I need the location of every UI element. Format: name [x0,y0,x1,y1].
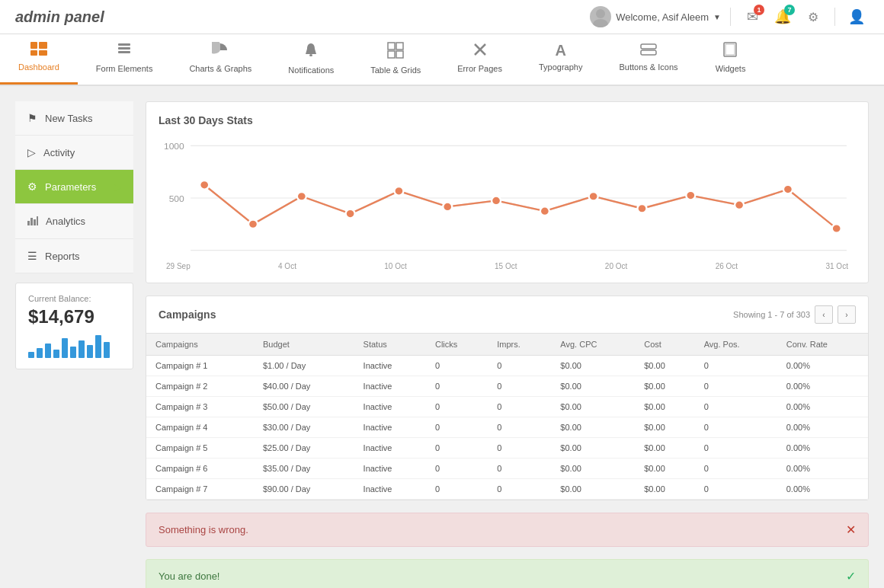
form-elements-icon [117,42,132,61]
buttons-icon [640,42,657,59]
balance-card: Current Balance: $14,679 [15,283,133,369]
nav-label-charts: Charts & Graphs [189,64,251,73]
top-bar-right: Welcome, Asif Aleem ▼ ✉ 1 🔔 7 ⚙ 👤 [590,5,869,29]
svg-point-31 [297,192,306,200]
svg-point-33 [394,187,403,195]
error-icon [472,42,488,61]
campaigns-nav: Showing 1 - 7 of 303 ‹ › [733,305,856,324]
sidebar-item-reports[interactable]: ☰ Reports [15,239,133,273]
alert-success-text: You are done! [159,570,219,582]
reports-icon: ☰ [27,250,37,262]
sidebar-item-activity[interactable]: ▷ Activity [15,136,133,170]
table-row: Campaign # 1$1.00 / DayInactive00$0.00$0… [146,356,868,376]
avatar [590,6,611,27]
top-bar: admin panel Welcome, Asif Aleem ▼ ✉ 1 🔔 … [0,0,884,34]
balance-chart [28,335,120,358]
table-row: Campaign # 4$30.00 / DayInactive00$0.00$… [146,417,868,438]
svg-rect-8 [118,51,130,53]
campaigns-next-button[interactable]: › [838,305,856,324]
sidebar-label-parameters: Parameters [45,181,96,193]
widgets-icon [723,42,738,61]
sidebar-item-new-tasks[interactable]: ⚑ New Tasks [15,101,133,136]
notifications-icon [304,42,318,62]
user-greeting[interactable]: Welcome, Asif Aleem ▼ [590,6,721,27]
svg-point-41 [783,185,793,193]
svg-point-1 [593,19,608,27]
svg-rect-9 [309,54,312,56]
table-icon [387,42,404,62]
sidebar-label-activity: Activity [43,147,75,158]
nav-label-buttons: Buttons & Icons [619,62,677,72]
svg-rect-20 [27,221,30,225]
svg-point-39 [686,191,695,200]
play-icon: ▷ [27,146,36,158]
svg-rect-2 [30,42,37,49]
svg-point-29 [200,181,209,189]
main-content: Last 30 Days Stats 1000 500 [146,101,869,588]
table-header-row: Campaigns Budget Status Clicks Imprs. Av… [146,334,868,356]
table-row: Campaign # 3$50.00 / DayInactive00$0.00$… [146,397,868,417]
notification-icon-wrap[interactable]: 🔔 7 [770,5,795,29]
col-header-imprs: Imprs. [488,334,551,356]
col-header-conv-rate: Conv. Rate [777,334,868,356]
typography-icon: A [556,42,566,59]
svg-rect-23 [37,216,38,225]
divider2 [834,8,835,26]
svg-point-37 [589,192,598,200]
alert-danger: Something is wrong. ✕ [146,513,869,547]
logo: admin panel [15,8,104,26]
analytics-icon [27,215,38,228]
svg-rect-16 [641,44,656,49]
nav-label-dashboard: Dashboard [18,62,59,72]
svg-point-38 [637,204,646,213]
user-icon-wrap[interactable]: 👤 [844,5,869,29]
sidebar: ⚑ New Tasks ▷ Activity ⚙ Parameters ▶ An… [15,101,133,588]
arrow-icon: ▶ [114,181,121,193]
main-nav: Dashboard Form Elements Charts & Graphs … [0,34,884,86]
balance-bar [70,347,76,358]
nav-item-charts-graphs[interactable]: Charts & Graphs [171,34,270,85]
chart-area: 1000 500 [159,137,856,259]
table-row: Campaign # 2$40.00 / DayInactive00$0.00$… [146,376,868,397]
nav-item-buttons-icons[interactable]: Buttons & Icons [601,34,696,85]
table-row: Campaign # 7$90.00 / DayInactive00$0.00$… [146,479,868,500]
table-row: Campaign # 5$25.00 / DayInactive00$0.00$… [146,438,868,459]
balance-bar [53,350,59,358]
svg-point-32 [346,209,355,218]
campaigns-section: Campaigns Showing 1 - 7 of 303 ‹ › Campa… [146,296,869,500]
svg-point-30 [248,220,258,228]
sidebar-item-parameters[interactable]: ⚙ Parameters ▶ [15,170,133,204]
top-bar-icons: ✉ 1 🔔 7 ⚙ [740,5,825,29]
sidebar-item-analytics[interactable]: Analytics [15,204,133,239]
divider [730,8,731,26]
col-header-clicks: Clicks [426,334,488,356]
table-row: Campaign # 6$35.00 / DayInactive00$0.00$… [146,459,868,479]
balance-bar [87,345,93,358]
svg-rect-11 [396,43,403,50]
col-header-cost: Cost [635,334,695,356]
charts-icon [212,42,229,61]
balance-bar [37,348,43,358]
svg-rect-19 [725,44,735,55]
stats-title: Last 30 Days Stats [159,114,856,126]
svg-text:1000: 1000 [164,141,184,151]
balance-bar [28,352,34,358]
close-icon[interactable]: ✕ [846,522,856,537]
svg-point-36 [540,206,549,215]
nav-label-error: Error Pages [457,64,502,73]
nav-item-error-pages[interactable]: Error Pages [439,34,520,85]
nav-item-widgets[interactable]: Widgets [697,34,765,85]
nav-item-typography[interactable]: A Typography [520,34,601,85]
gear-icon-wrap[interactable]: ⚙ [801,5,825,29]
svg-rect-3 [39,42,47,49]
nav-item-notifications[interactable]: Notifications [270,34,352,85]
nav-item-table-grids[interactable]: Table & Grids [352,34,439,85]
mail-icon-wrap[interactable]: ✉ 1 [740,5,764,29]
nav-item-form-elements[interactable]: Form Elements [78,34,171,85]
campaigns-prev-button[interactable]: ‹ [815,305,833,324]
x-axis-labels: 29 Sep 4 Oct 10 Oct 15 Oct 20 Oct 26 Oct… [159,262,856,270]
parameters-gear-icon: ⚙ [27,181,37,193]
nav-label-notifications: Notifications [288,66,334,75]
col-header-status: Status [354,334,426,356]
nav-item-dashboard[interactable]: Dashboard [0,34,78,85]
